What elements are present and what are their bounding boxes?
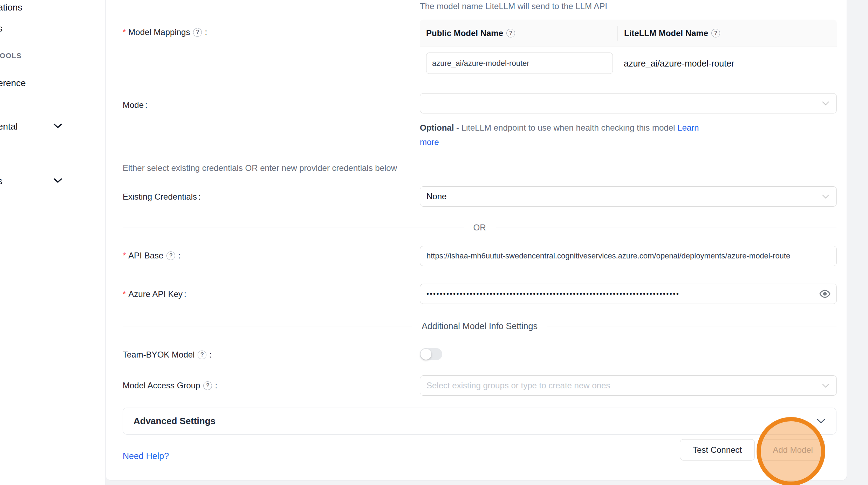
- azure-api-key-label: * Azure API Key:: [123, 289, 186, 299]
- api-base-input[interactable]: https://ishaa-mh6uutut-swedencentral.cog…: [420, 246, 837, 266]
- add-model-button[interactable]: Add Model: [761, 439, 825, 460]
- chevron-down-icon: [816, 418, 826, 424]
- sidebar-item-truncated-3[interactable]: erence: [0, 78, 26, 89]
- required-asterisk: *: [123, 27, 126, 37]
- advanced-settings-title: Advanced Settings: [134, 416, 216, 427]
- required-asterisk: *: [123, 289, 126, 299]
- sidebar-item-truncated-4[interactable]: ental: [0, 121, 18, 132]
- existing-credentials-select[interactable]: None: [420, 186, 837, 207]
- add-model-page: ations s TOOLS erence ental s The model …: [0, 0, 868, 485]
- model-mappings-table-header: Public Model Name ? LiteLLM Model Name ?: [420, 20, 837, 47]
- public-model-name-input[interactable]: [426, 53, 613, 74]
- eye-icon[interactable]: [819, 290, 831, 298]
- add-model-form-card: The model name LiteLLM will send to the …: [106, 0, 847, 480]
- test-connect-button[interactable]: Test Connect: [680, 439, 755, 460]
- chevron-down-icon: [822, 101, 829, 106]
- sidebar-section-tools: TOOLS: [0, 52, 22, 60]
- model-mappings-table: Public Model Name ? LiteLLM Model Name ?…: [420, 20, 837, 80]
- api-base-label: * API Base ? :: [123, 251, 180, 261]
- existing-credentials-label: Existing Credentials:: [123, 192, 201, 202]
- required-asterisk: *: [123, 251, 126, 261]
- credentials-note: Either select existing credentials OR en…: [123, 163, 397, 173]
- public-model-name-column-header: Public Model Name ?: [420, 28, 617, 38]
- mode-label: Mode:: [123, 100, 148, 110]
- mode-select[interactable]: [420, 93, 837, 113]
- sidebar-item-truncated-2[interactable]: s: [0, 23, 2, 34]
- additional-settings-divider: Additional Model Info Settings: [123, 321, 836, 331]
- chevron-down-icon[interactable]: [53, 123, 62, 129]
- model-access-group-placeholder: Select existing groups or type to create…: [426, 381, 610, 390]
- help-icon[interactable]: ?: [711, 29, 720, 37]
- team-byok-toggle[interactable]: [420, 348, 442, 360]
- advanced-settings-panel[interactable]: Advanced Settings: [123, 408, 836, 435]
- chevron-down-icon[interactable]: [53, 178, 62, 183]
- azure-api-key-input[interactable]: ••••••••••••••••••••••••••••••••••••••••…: [420, 284, 837, 304]
- help-icon[interactable]: ?: [198, 351, 206, 359]
- litellm-model-name-value: azure_ai/azure-model-router: [624, 47, 734, 80]
- model-access-group-select[interactable]: Select existing groups or type to create…: [420, 375, 837, 396]
- masked-api-key-value: ••••••••••••••••••••••••••••••••••••••••…: [426, 290, 810, 298]
- model-access-group-label: Model Access Group ? :: [123, 381, 217, 390]
- litellm-model-name-hint: The model name LiteLLM will send to the …: [420, 1, 607, 11]
- help-icon[interactable]: ?: [166, 251, 175, 260]
- sidebar-item-truncated-5[interactable]: s: [0, 176, 2, 187]
- sidebar: ations s TOOLS erence ental s: [0, 0, 106, 485]
- mode-helper-text: Optional - LiteLLM endpoint to use when …: [420, 120, 805, 149]
- chevron-down-icon: [822, 383, 829, 388]
- help-icon[interactable]: ?: [506, 29, 515, 37]
- help-icon[interactable]: ?: [193, 28, 202, 37]
- sidebar-item-truncated-1[interactable]: ations: [0, 2, 22, 13]
- help-icon[interactable]: ?: [203, 381, 212, 390]
- toggle-knob: [421, 349, 431, 360]
- model-mappings-label: * Model Mappings ? :: [123, 27, 207, 37]
- team-byok-label: Team-BYOK Model ? :: [123, 350, 212, 360]
- litellm-model-name-column-header: LiteLLM Model Name ?: [617, 26, 722, 41]
- need-help-link[interactable]: Need Help?: [123, 451, 169, 461]
- chevron-down-icon: [822, 194, 829, 199]
- or-divider: OR: [123, 223, 836, 233]
- model-mappings-table-row: azure_ai/azure-model-router: [420, 47, 837, 80]
